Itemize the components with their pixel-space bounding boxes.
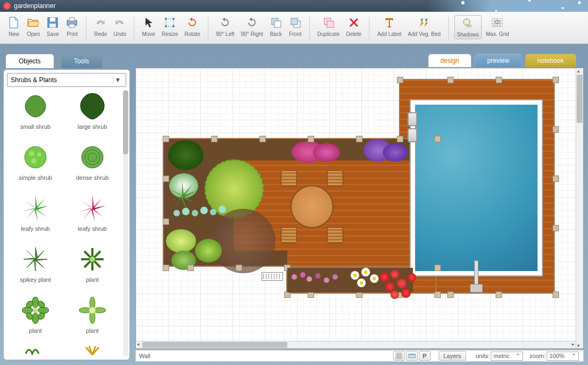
resize-button[interactable]: Resize: [159, 15, 180, 38]
patio-chair[interactable]: [281, 170, 297, 186]
deck-post[interactable]: [308, 136, 314, 142]
plant-row-pebbles[interactable]: [173, 206, 233, 218]
deck-post[interactable]: [434, 136, 441, 142]
grid-toggle-button[interactable]: [393, 351, 405, 361]
canvas-hscrollbar[interactable]: [136, 341, 576, 348]
design-canvas[interactable]: [135, 68, 584, 349]
delete-button[interactable]: Delete: [344, 15, 364, 38]
object-item[interactable]: large shrub: [64, 90, 121, 141]
category-select[interactable]: Shrubs & Plants ▼: [7, 73, 126, 87]
notebook-tab[interactable]: notebook: [525, 54, 576, 67]
deck-post[interactable]: [163, 136, 169, 142]
units-select[interactable]: metric⌃: [491, 352, 523, 361]
layers-button[interactable]: Layers: [439, 351, 466, 361]
canvas-vscrollbar[interactable]: [576, 68, 583, 348]
deck-post[interactable]: [553, 77, 559, 83]
add-label-button[interactable]: Add Label: [375, 15, 403, 38]
svg-rect-1: [50, 18, 55, 21]
patio-chair[interactable]: [327, 170, 343, 186]
deck-post[interactable]: [553, 126, 559, 133]
zoom-label: zoom:: [529, 353, 546, 359]
design-tab[interactable]: design: [428, 54, 471, 67]
object-item[interactable]: leafy shrub: [64, 192, 121, 243]
zoom-select[interactable]: 100%⌃: [547, 352, 579, 361]
object-label: plant: [86, 276, 99, 283]
open-button[interactable]: Open: [25, 15, 42, 38]
preview-tab[interactable]: preview: [475, 54, 521, 67]
grid-icon: [491, 16, 504, 29]
pool-ladder[interactable]: [408, 128, 417, 142]
object-item[interactable]: plant: [7, 294, 64, 345]
deck-post[interactable]: [163, 176, 169, 182]
deck-post[interactable]: [496, 291, 502, 298]
add-veg-bed-button[interactable]: Add Veg. Bed: [405, 15, 442, 38]
object-label: simple shrub: [19, 174, 52, 181]
ruler-toggle-button[interactable]: [406, 351, 418, 361]
deck-post[interactable]: [553, 176, 559, 182]
plant-tree[interactable]: [211, 209, 275, 273]
deck-post[interactable]: [397, 136, 403, 142]
deck-post[interactable]: [553, 225, 559, 231]
new-button[interactable]: New: [5, 15, 23, 38]
pool-ladder[interactable]: [408, 112, 417, 126]
garden-bench[interactable]: [262, 272, 283, 281]
object-scrollbar[interactable]: [123, 90, 128, 356]
tools-tab[interactable]: Tools: [61, 54, 103, 68]
object-item[interactable]: spikey plant: [7, 243, 64, 294]
plant-flowers-small[interactable]: [292, 271, 345, 286]
patio-chair[interactable]: [327, 227, 343, 243]
svg-point-40: [89, 307, 96, 313]
diving-board[interactable]: [468, 260, 484, 293]
send-back-button[interactable]: Back: [267, 15, 285, 38]
deck-post[interactable]: [211, 136, 217, 142]
deck-post[interactable]: [553, 291, 559, 298]
deck-post[interactable]: [434, 265, 441, 271]
object-item[interactable]: plant: [64, 243, 121, 294]
shadows-icon: [461, 17, 474, 30]
redo-button[interactable]: Redo: [92, 15, 109, 38]
deck-post[interactable]: [259, 136, 266, 142]
object-item[interactable]: leafy shrub: [7, 192, 64, 243]
save-button[interactable]: Save: [44, 15, 61, 38]
dropdown-arrow-icon: ▼: [113, 76, 122, 84]
plant-flowers-pink[interactable]: [313, 143, 340, 162]
shadows-button[interactable]: Shadows: [454, 15, 482, 39]
move-button[interactable]: Move: [140, 15, 157, 38]
rotate-right-button[interactable]: 90° Right: [239, 15, 265, 38]
plant-flowers-purple[interactable]: [383, 143, 408, 162]
max-grid-button[interactable]: Max. Grid: [484, 15, 511, 38]
patio-table[interactable]: [291, 185, 333, 228]
deck-post[interactable]: [356, 136, 362, 142]
object-item[interactable]: simple shrub: [7, 141, 64, 192]
deck-post[interactable]: [397, 77, 403, 83]
deck-post[interactable]: [447, 291, 454, 298]
object-item[interactable]: [64, 345, 121, 356]
bring-front-button[interactable]: Front: [287, 15, 304, 38]
objects-tab[interactable]: Objects: [5, 54, 54, 68]
deck-post[interactable]: [163, 265, 169, 271]
duplicate-button[interactable]: Duplicate: [315, 15, 342, 38]
object-item[interactable]: plant: [64, 294, 121, 345]
patio-chair[interactable]: [281, 227, 297, 243]
deck-post[interactable]: [187, 265, 194, 271]
rotate-button[interactable]: Rotate: [183, 15, 202, 38]
object-item[interactable]: small shrub: [7, 90, 64, 141]
plant-shrub[interactable]: [166, 229, 196, 253]
undo-button[interactable]: Undo: [111, 15, 128, 38]
deck-post[interactable]: [434, 291, 441, 298]
rotate-left-button[interactable]: 90° Left: [214, 15, 237, 38]
object-item[interactable]: dense shrub: [64, 141, 121, 192]
object-item[interactable]: [7, 345, 64, 356]
swimming-pool[interactable]: [410, 99, 543, 276]
svg-point-26: [90, 257, 95, 262]
deck-post[interactable]: [447, 77, 454, 83]
plant-shrub[interactable]: [195, 239, 222, 262]
deck-post[interactable]: [236, 265, 242, 271]
properties-button[interactable]: P: [419, 351, 431, 361]
print-button[interactable]: Print: [63, 15, 81, 38]
deck-post[interactable]: [496, 77, 502, 83]
deck-post[interactable]: [163, 218, 169, 225]
plant-flowers-red[interactable]: [378, 270, 420, 300]
category-value: Shrubs & Plants: [11, 76, 57, 84]
plant-shrub[interactable]: [168, 140, 204, 170]
